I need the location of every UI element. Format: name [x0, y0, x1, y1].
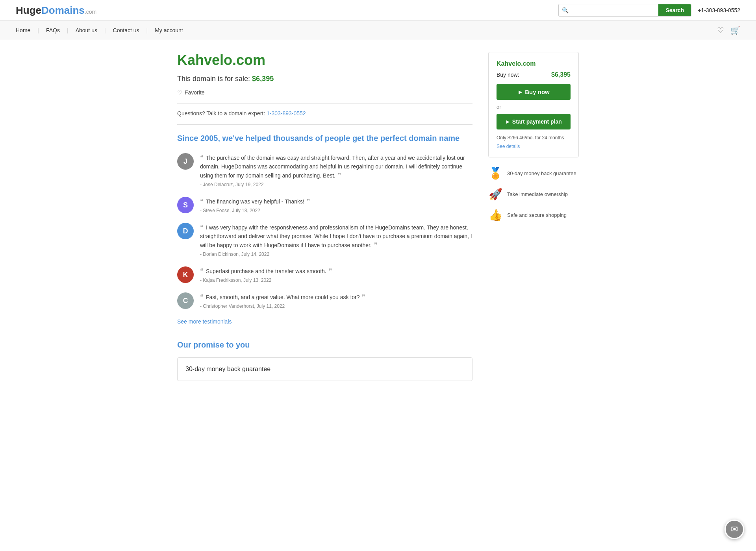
- testimonial-item: K ❝ Superfast purchase and the transfer …: [177, 266, 472, 283]
- divider-1: [177, 104, 472, 104]
- logo-huge: Huge: [16, 4, 41, 17]
- nav-divider-3: |: [104, 27, 106, 33]
- see-more-link[interactable]: See more testimonials: [177, 318, 232, 325]
- testimonial-body-2: ❝ I was very happy with the responsivene…: [200, 223, 472, 257]
- nav-item-contact[interactable]: Contact us: [107, 27, 146, 33]
- testimonial-content-2: I was very happy with the responsiveness…: [200, 224, 472, 248]
- right-sidebar: Kahvelo.com Buy now: $6,395 ► Buy now or…: [488, 52, 579, 381]
- promise-box: 30-day money back guarantee: [177, 357, 472, 381]
- avatar-j: J: [177, 153, 194, 170]
- main-nav: Home | FAQs | About us | Contact us | My…: [0, 21, 756, 40]
- main-container: Kahvelo.com This domain is for sale: $6,…: [161, 52, 595, 381]
- nav-item-faqs[interactable]: FAQs: [40, 27, 66, 33]
- promise-box-title: 30-day money back guarantee: [185, 366, 464, 373]
- trust-label-2: Safe and secure shopping: [507, 212, 567, 218]
- domain-title: Kahvelo.com: [177, 52, 472, 68]
- testimonial-author-3: - Kajsa Fredriksson, July 13, 2022: [200, 277, 332, 283]
- or-text: or: [497, 104, 571, 110]
- nav-divider-1: |: [37, 27, 39, 33]
- favorites-icon[interactable]: ♡: [717, 26, 724, 35]
- domain-price: $6,395: [252, 75, 274, 83]
- cart-icon[interactable]: 🛒: [730, 26, 740, 35]
- testimonial-item: J ❝ The purchase of the domain was easy …: [177, 153, 472, 187]
- buy-now-button[interactable]: ► Buy now: [497, 84, 571, 100]
- quote-close-1: ❞: [307, 198, 310, 205]
- testimonial-text-3: ❝ Superfast purchase and the transfer wa…: [200, 266, 332, 276]
- testimonial-text-2: ❝ I was very happy with the responsivene…: [200, 223, 472, 250]
- quote-close-2: ❞: [374, 242, 378, 248]
- testimonial-content-0: The purchase of the domain was easy and …: [200, 155, 465, 179]
- testimonial-author-2: - Dorian Dickinson, July 14, 2022: [200, 251, 472, 257]
- testimonial-body-4: ❝ Fast, smooth, and a great value. What …: [200, 292, 365, 309]
- trust-icon-0: 🏅: [488, 167, 502, 180]
- testimonial-body-0: ❝ The purchase of the domain was easy an…: [200, 153, 472, 187]
- favorite-label: Favorite: [185, 89, 205, 96]
- quote-open-4: ❝: [200, 294, 204, 300]
- trust-label-0: 30-day money back guarantee: [507, 170, 576, 176]
- testimonial-item: S ❝ The financing was very helpful - Tha…: [177, 197, 472, 213]
- testimonial-author-4: - Christopher Vanderhorst, July 11, 2022: [200, 303, 365, 309]
- promise-heading: Our promise to you: [177, 340, 472, 349]
- testimonials-heading: Since 2005, we've helped thousands of pe…: [177, 133, 472, 144]
- quote-close-0: ❞: [338, 172, 341, 179]
- card-domain-name: Kahvelo.com: [497, 60, 571, 67]
- left-content: Kahvelo.com This domain is for sale: $6,…: [177, 52, 472, 381]
- trust-item-1: 🚀 Take immediate ownership: [488, 188, 579, 201]
- testimonial-text-1: ❝ The financing was very helpful - Thank…: [200, 197, 310, 206]
- testimonial-content-3: Superfast purchase and the transfer was …: [206, 268, 326, 274]
- search-button[interactable]: Search: [658, 4, 691, 16]
- purchase-card: Kahvelo.com Buy now: $6,395 ► Buy now or…: [488, 52, 579, 157]
- testimonial-item: D ❝ I was very happy with the responsive…: [177, 223, 472, 257]
- testimonial-content-1: The financing was very helpful - Thanks!: [206, 198, 304, 205]
- logo-domains: Domains: [41, 4, 85, 17]
- search-bar: 🔍 Search: [558, 4, 691, 17]
- trust-icon-2: 👍: [488, 209, 502, 222]
- testimonial-body-1: ❝ The financing was very helpful - Thank…: [200, 197, 310, 213]
- logo: HugeDomains.com: [16, 4, 96, 17]
- nav-divider-2: |: [67, 27, 69, 33]
- quote-open-3: ❝: [200, 268, 204, 274]
- avatar-c: C: [177, 292, 194, 309]
- header-phone: +1-303-893-0552: [698, 7, 740, 13]
- trust-badges: 🏅 30-day money back guarantee 🚀 Take imm…: [488, 167, 579, 222]
- nav-right: ♡ 🛒: [717, 26, 740, 35]
- quote-open-2: ❝: [200, 224, 204, 231]
- avatar-d: D: [177, 223, 194, 239]
- sidebar-price: $6,395: [551, 71, 571, 78]
- quote-close-4: ❞: [362, 294, 365, 300]
- testimonial-body-3: ❝ Superfast purchase and the transfer wa…: [200, 266, 332, 283]
- search-input[interactable]: [572, 4, 658, 16]
- testimonial-item: C ❝ Fast, smooth, and a great value. Wha…: [177, 292, 472, 309]
- favorite-button[interactable]: ♡ Favorite: [177, 89, 205, 96]
- quote-open-0: ❝: [200, 154, 204, 161]
- trust-label-1: Take immediate ownership: [507, 191, 568, 197]
- divider-2: [177, 124, 472, 125]
- see-details-link[interactable]: See details: [497, 144, 520, 149]
- avatar-s: S: [177, 197, 194, 213]
- nav-item-about[interactable]: About us: [69, 27, 104, 33]
- testimonial-author-1: - Steve Foose, July 18, 2022: [200, 208, 310, 213]
- header: HugeDomains.com 🔍 Search +1-303-893-0552: [0, 0, 756, 21]
- search-icon: 🔍: [559, 4, 572, 16]
- for-sale-text: This domain is for sale: $6,395: [177, 75, 472, 83]
- payment-plan-button[interactable]: ► Start payment plan: [497, 114, 571, 129]
- trust-item-0: 🏅 30-day money back guarantee: [488, 167, 579, 180]
- trust-icon-1: 🚀: [488, 188, 502, 201]
- buy-now-row: Buy now: $6,395: [497, 71, 571, 78]
- testimonial-text-4: ❝ Fast, smooth, and a great value. What …: [200, 292, 365, 302]
- nav-item-account[interactable]: My account: [148, 27, 189, 33]
- questions-label: Questions? Talk to a domain expert:: [177, 110, 265, 116]
- trust-item-2: 👍 Safe and secure shopping: [488, 209, 579, 222]
- monthly-info: Only $266.46/mo. for 24 months: [497, 135, 571, 141]
- logo-com: .com: [85, 9, 96, 15]
- testimonial-author-0: - Jose Delacruz, July 19, 2022: [200, 182, 472, 187]
- questions-text: Questions? Talk to a domain expert: 1-30…: [177, 110, 472, 116]
- phone-link[interactable]: 1-303-893-0552: [267, 110, 306, 116]
- nav-item-home[interactable]: Home: [16, 27, 37, 33]
- nav-divider-4: |: [146, 27, 148, 33]
- heart-icon: ♡: [177, 89, 182, 96]
- quote-close-3: ❞: [329, 268, 332, 274]
- quote-open-1: ❝: [200, 198, 204, 205]
- header-right: 🔍 Search +1-303-893-0552: [558, 4, 740, 17]
- avatar-k: K: [177, 266, 194, 283]
